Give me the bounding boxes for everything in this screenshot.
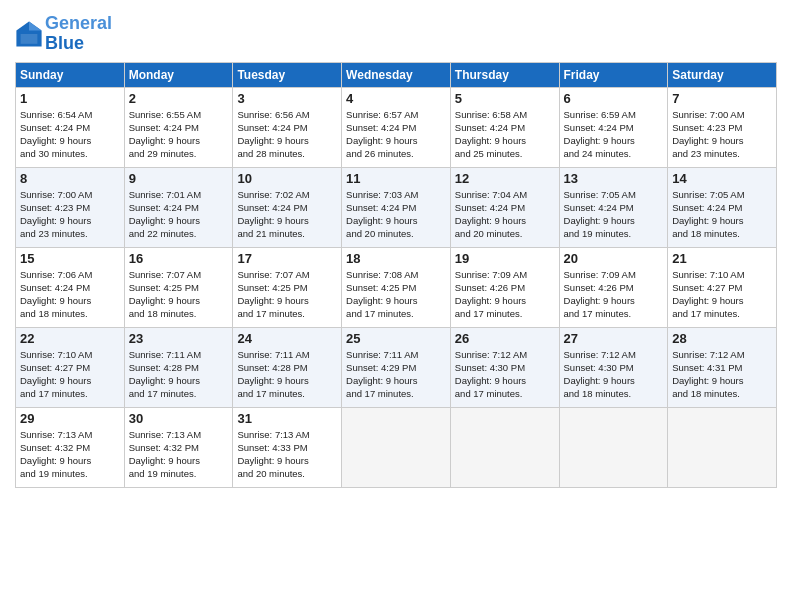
- calendar-week-row: 15Sunrise: 7:06 AM Sunset: 4:24 PM Dayli…: [16, 247, 777, 327]
- calendar-table: SundayMondayTuesdayWednesdayThursdayFrid…: [15, 62, 777, 488]
- day-info: Sunrise: 7:11 AM Sunset: 4:28 PM Dayligh…: [129, 348, 229, 401]
- calendar-day-cell: 4Sunrise: 6:57 AM Sunset: 4:24 PM Daylig…: [342, 87, 451, 167]
- day-info: Sunrise: 7:13 AM Sunset: 4:32 PM Dayligh…: [129, 428, 229, 481]
- day-number: 10: [237, 171, 337, 186]
- day-number: 26: [455, 331, 555, 346]
- calendar-day-cell: 6Sunrise: 6:59 AM Sunset: 4:24 PM Daylig…: [559, 87, 668, 167]
- calendar-day-cell: [450, 407, 559, 487]
- day-number: 6: [564, 91, 664, 106]
- calendar-day-cell: 13Sunrise: 7:05 AM Sunset: 4:24 PM Dayli…: [559, 167, 668, 247]
- calendar-header-row: SundayMondayTuesdayWednesdayThursdayFrid…: [16, 62, 777, 87]
- svg-rect-2: [21, 34, 38, 44]
- day-info: Sunrise: 6:59 AM Sunset: 4:24 PM Dayligh…: [564, 108, 664, 161]
- header: GeneralBlue: [15, 10, 777, 54]
- calendar-day-cell: 15Sunrise: 7:06 AM Sunset: 4:24 PM Dayli…: [16, 247, 125, 327]
- day-info: Sunrise: 7:12 AM Sunset: 4:31 PM Dayligh…: [672, 348, 772, 401]
- day-number: 18: [346, 251, 446, 266]
- day-number: 1: [20, 91, 120, 106]
- day-number: 23: [129, 331, 229, 346]
- calendar-day-cell: 28Sunrise: 7:12 AM Sunset: 4:31 PM Dayli…: [668, 327, 777, 407]
- day-number: 29: [20, 411, 120, 426]
- day-number: 21: [672, 251, 772, 266]
- day-number: 2: [129, 91, 229, 106]
- day-info: Sunrise: 7:11 AM Sunset: 4:29 PM Dayligh…: [346, 348, 446, 401]
- calendar-day-cell: 8Sunrise: 7:00 AM Sunset: 4:23 PM Daylig…: [16, 167, 125, 247]
- calendar-day-cell: 7Sunrise: 7:00 AM Sunset: 4:23 PM Daylig…: [668, 87, 777, 167]
- day-info: Sunrise: 7:03 AM Sunset: 4:24 PM Dayligh…: [346, 188, 446, 241]
- calendar-day-cell: 17Sunrise: 7:07 AM Sunset: 4:25 PM Dayli…: [233, 247, 342, 327]
- day-number: 24: [237, 331, 337, 346]
- day-info: Sunrise: 6:54 AM Sunset: 4:24 PM Dayligh…: [20, 108, 120, 161]
- calendar-header-cell: Monday: [124, 62, 233, 87]
- calendar-day-cell: 30Sunrise: 7:13 AM Sunset: 4:32 PM Dayli…: [124, 407, 233, 487]
- main-container: GeneralBlue SundayMondayTuesdayWednesday…: [0, 0, 792, 498]
- calendar-day-cell: 5Sunrise: 6:58 AM Sunset: 4:24 PM Daylig…: [450, 87, 559, 167]
- day-number: 25: [346, 331, 446, 346]
- day-info: Sunrise: 7:07 AM Sunset: 4:25 PM Dayligh…: [129, 268, 229, 321]
- calendar-day-cell: 2Sunrise: 6:55 AM Sunset: 4:24 PM Daylig…: [124, 87, 233, 167]
- day-number: 12: [455, 171, 555, 186]
- calendar-header-cell: Wednesday: [342, 62, 451, 87]
- day-info: Sunrise: 7:09 AM Sunset: 4:26 PM Dayligh…: [455, 268, 555, 321]
- calendar-day-cell: 16Sunrise: 7:07 AM Sunset: 4:25 PM Dayli…: [124, 247, 233, 327]
- calendar-header-cell: Thursday: [450, 62, 559, 87]
- calendar-day-cell: 1Sunrise: 6:54 AM Sunset: 4:24 PM Daylig…: [16, 87, 125, 167]
- svg-marker-1: [29, 21, 42, 30]
- day-info: Sunrise: 6:55 AM Sunset: 4:24 PM Dayligh…: [129, 108, 229, 161]
- day-info: Sunrise: 6:56 AM Sunset: 4:24 PM Dayligh…: [237, 108, 337, 161]
- day-info: Sunrise: 7:02 AM Sunset: 4:24 PM Dayligh…: [237, 188, 337, 241]
- day-info: Sunrise: 7:00 AM Sunset: 4:23 PM Dayligh…: [672, 108, 772, 161]
- calendar-day-cell: 14Sunrise: 7:05 AM Sunset: 4:24 PM Dayli…: [668, 167, 777, 247]
- day-info: Sunrise: 7:12 AM Sunset: 4:30 PM Dayligh…: [564, 348, 664, 401]
- calendar-week-row: 8Sunrise: 7:00 AM Sunset: 4:23 PM Daylig…: [16, 167, 777, 247]
- day-number: 27: [564, 331, 664, 346]
- calendar-day-cell: 19Sunrise: 7:09 AM Sunset: 4:26 PM Dayli…: [450, 247, 559, 327]
- calendar-day-cell: 23Sunrise: 7:11 AM Sunset: 4:28 PM Dayli…: [124, 327, 233, 407]
- calendar-day-cell: 10Sunrise: 7:02 AM Sunset: 4:24 PM Dayli…: [233, 167, 342, 247]
- calendar-day-cell: 22Sunrise: 7:10 AM Sunset: 4:27 PM Dayli…: [16, 327, 125, 407]
- calendar-day-cell: 11Sunrise: 7:03 AM Sunset: 4:24 PM Dayli…: [342, 167, 451, 247]
- day-number: 11: [346, 171, 446, 186]
- calendar-day-cell: [559, 407, 668, 487]
- day-number: 5: [455, 91, 555, 106]
- day-number: 15: [20, 251, 120, 266]
- day-number: 4: [346, 91, 446, 106]
- calendar-day-cell: [342, 407, 451, 487]
- day-info: Sunrise: 7:11 AM Sunset: 4:28 PM Dayligh…: [237, 348, 337, 401]
- calendar-day-cell: 3Sunrise: 6:56 AM Sunset: 4:24 PM Daylig…: [233, 87, 342, 167]
- day-number: 8: [20, 171, 120, 186]
- logo-icon: [15, 20, 43, 48]
- day-number: 20: [564, 251, 664, 266]
- day-number: 28: [672, 331, 772, 346]
- day-info: Sunrise: 7:05 AM Sunset: 4:24 PM Dayligh…: [672, 188, 772, 241]
- calendar-week-row: 29Sunrise: 7:13 AM Sunset: 4:32 PM Dayli…: [16, 407, 777, 487]
- day-number: 16: [129, 251, 229, 266]
- calendar-day-cell: 20Sunrise: 7:09 AM Sunset: 4:26 PM Dayli…: [559, 247, 668, 327]
- calendar-day-cell: 25Sunrise: 7:11 AM Sunset: 4:29 PM Dayli…: [342, 327, 451, 407]
- day-number: 17: [237, 251, 337, 266]
- calendar-header-cell: Tuesday: [233, 62, 342, 87]
- day-info: Sunrise: 7:08 AM Sunset: 4:25 PM Dayligh…: [346, 268, 446, 321]
- calendar-week-row: 1Sunrise: 6:54 AM Sunset: 4:24 PM Daylig…: [16, 87, 777, 167]
- logo: GeneralBlue: [15, 14, 112, 54]
- day-info: Sunrise: 7:06 AM Sunset: 4:24 PM Dayligh…: [20, 268, 120, 321]
- day-info: Sunrise: 7:10 AM Sunset: 4:27 PM Dayligh…: [20, 348, 120, 401]
- day-info: Sunrise: 7:13 AM Sunset: 4:33 PM Dayligh…: [237, 428, 337, 481]
- day-number: 7: [672, 91, 772, 106]
- day-number: 14: [672, 171, 772, 186]
- calendar-day-cell: 26Sunrise: 7:12 AM Sunset: 4:30 PM Dayli…: [450, 327, 559, 407]
- calendar-header-cell: Friday: [559, 62, 668, 87]
- day-number: 13: [564, 171, 664, 186]
- day-number: 3: [237, 91, 337, 106]
- calendar-body: 1Sunrise: 6:54 AM Sunset: 4:24 PM Daylig…: [16, 87, 777, 487]
- calendar-day-cell: 27Sunrise: 7:12 AM Sunset: 4:30 PM Dayli…: [559, 327, 668, 407]
- day-info: Sunrise: 7:00 AM Sunset: 4:23 PM Dayligh…: [20, 188, 120, 241]
- calendar-day-cell: 21Sunrise: 7:10 AM Sunset: 4:27 PM Dayli…: [668, 247, 777, 327]
- calendar-day-cell: 12Sunrise: 7:04 AM Sunset: 4:24 PM Dayli…: [450, 167, 559, 247]
- day-info: Sunrise: 7:12 AM Sunset: 4:30 PM Dayligh…: [455, 348, 555, 401]
- calendar-day-cell: 18Sunrise: 7:08 AM Sunset: 4:25 PM Dayli…: [342, 247, 451, 327]
- day-info: Sunrise: 6:58 AM Sunset: 4:24 PM Dayligh…: [455, 108, 555, 161]
- logo-text: GeneralBlue: [45, 14, 112, 54]
- calendar-day-cell: 31Sunrise: 7:13 AM Sunset: 4:33 PM Dayli…: [233, 407, 342, 487]
- day-number: 19: [455, 251, 555, 266]
